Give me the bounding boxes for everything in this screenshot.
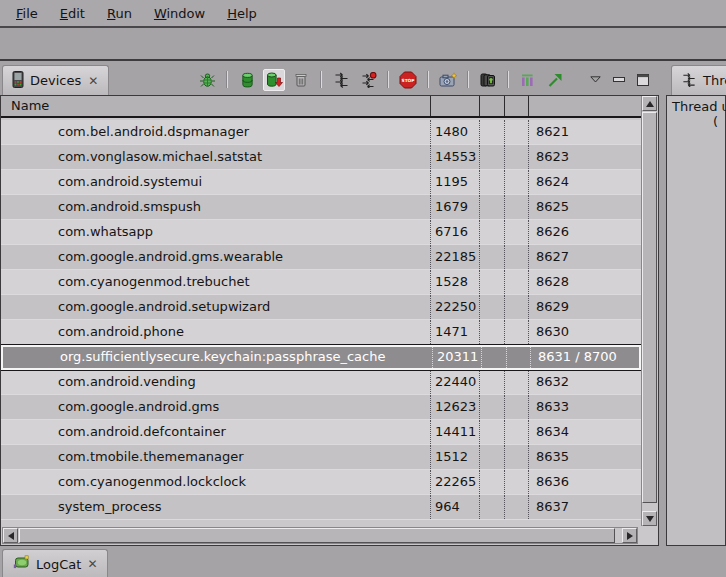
menu-help[interactable]: Help xyxy=(216,3,268,24)
column-header-2[interactable] xyxy=(480,96,505,116)
table-row[interactable]: com.android.smspush16798625 xyxy=(1,195,641,220)
process-col3 xyxy=(480,370,505,394)
process-port: 8633 xyxy=(529,395,641,419)
menu-run[interactable]: Run xyxy=(96,3,143,24)
maximize-icon[interactable] xyxy=(635,69,651,91)
threads-message-line2: ( xyxy=(667,114,725,129)
phone-icon xyxy=(12,71,24,91)
scroll-right-button[interactable] xyxy=(622,528,637,543)
process-col3 xyxy=(480,445,505,469)
table-row[interactable]: com.cyanogenmod.trebuchet15288628 xyxy=(1,270,641,295)
process-name: com.cyanogenmod.trebuchet xyxy=(1,270,431,294)
table-row[interactable]: com.vonglasow.michael.satstat145538623 xyxy=(1,145,641,170)
dump-hprof-icon[interactable] xyxy=(263,69,285,91)
toolbar-separator xyxy=(467,71,469,88)
scroll-up-button[interactable] xyxy=(642,96,657,111)
process-port: 8625 xyxy=(529,195,641,219)
process-col4 xyxy=(505,370,529,394)
update-heap-icon[interactable] xyxy=(236,69,258,91)
minimize-icon[interactable] xyxy=(611,69,627,91)
tab-devices[interactable]: Devices ✕ xyxy=(2,65,109,95)
process-col4 xyxy=(505,145,529,169)
process-col3 xyxy=(480,420,505,444)
tab-threads-label: Threa xyxy=(703,73,726,88)
scroll-down-button[interactable] xyxy=(642,511,657,526)
table-row[interactable]: com.google.android.gms.wearable221858627 xyxy=(1,245,641,270)
view-menu-icon[interactable] xyxy=(587,69,603,91)
process-name: com.android.phone xyxy=(1,320,431,344)
process-pid: 1679 xyxy=(431,195,480,219)
table-row[interactable]: system_process9648637 xyxy=(1,495,641,520)
close-icon[interactable]: ✕ xyxy=(87,75,99,87)
process-col4 xyxy=(505,295,529,319)
menu-bar: FileEditRunWindowHelp xyxy=(0,0,726,28)
table-row[interactable]: org.sufficientlysecure.keychain:passphra… xyxy=(1,345,641,370)
column-header-1[interactable] xyxy=(431,96,480,116)
table-row[interactable]: com.google.android.setupwizard222508629 xyxy=(1,295,641,320)
horizontal-scrollbar-thumb[interactable] xyxy=(19,528,615,543)
process-col3 xyxy=(480,245,505,269)
menu-window[interactable]: Window xyxy=(143,3,216,24)
process-col3 xyxy=(480,270,505,294)
process-col4 xyxy=(507,347,531,368)
process-name: com.cyanogenmod.lockclock xyxy=(1,470,431,494)
stop-process-icon[interactable]: STOP xyxy=(397,69,419,91)
toolbar-separator xyxy=(226,71,228,88)
process-pid: 14411 xyxy=(431,420,480,444)
process-col4 xyxy=(505,170,529,194)
tab-logcat[interactable]: LogCat ✕ xyxy=(2,549,108,577)
process-col3 xyxy=(480,170,505,194)
process-col4 xyxy=(505,420,529,444)
vertical-scrollbar[interactable] xyxy=(641,96,658,526)
screen-capture-icon[interactable] xyxy=(437,69,459,91)
process-col3 xyxy=(480,295,505,319)
table-row[interactable]: com.android.systemui11958624 xyxy=(1,170,641,195)
process-col3 xyxy=(480,220,505,244)
process-pid: 22440 xyxy=(431,370,480,394)
process-col4 xyxy=(505,395,529,419)
process-pid: 12623 xyxy=(431,395,480,419)
table-row[interactable]: com.tmobile.thememanager15128635 xyxy=(1,445,641,470)
table-row[interactable]: com.android.vending224408632 xyxy=(1,370,641,395)
device-screens-icon[interactable] xyxy=(477,69,499,91)
process-port: 8634 xyxy=(529,420,641,444)
table-row[interactable]: com.android.defcontainer144118634 xyxy=(1,420,641,445)
menu-file[interactable]: File xyxy=(5,3,49,24)
bottom-view-bar: LogCat ✕ xyxy=(0,546,726,577)
process-col3 xyxy=(480,495,505,519)
process-port: 8627 xyxy=(529,245,641,269)
start-method-profiling-icon[interactable] xyxy=(357,69,379,91)
column-header-3[interactable] xyxy=(505,96,529,116)
table-row[interactable]: com.android.phone14718630 xyxy=(1,320,641,345)
tab-threads[interactable]: Threa xyxy=(671,65,726,95)
table-row[interactable]: com.bel.android.dspmanager14808621 xyxy=(1,120,641,145)
process-port: 8621 xyxy=(529,120,641,144)
opengl-trace-icon[interactable] xyxy=(544,69,566,91)
menu-edit[interactable]: Edit xyxy=(49,3,96,24)
process-pid: 964 xyxy=(431,495,480,519)
column-header-name[interactable]: Name xyxy=(1,96,431,116)
process-col3 xyxy=(482,347,507,368)
close-icon[interactable]: ✕ xyxy=(87,557,97,571)
process-col4 xyxy=(505,120,529,144)
cause-gc-icon[interactable] xyxy=(290,69,312,91)
vertical-scrollbar-thumb[interactable] xyxy=(642,112,657,503)
column-header-4[interactable] xyxy=(529,96,641,116)
horizontal-scrollbar[interactable] xyxy=(2,527,638,544)
debug-process-icon[interactable] xyxy=(196,69,218,91)
table-row[interactable]: com.google.android.gms126238633 xyxy=(1,395,641,420)
process-col3 xyxy=(480,145,505,169)
table-row[interactable]: com.whatsapp67168626 xyxy=(1,220,641,245)
arrow-up-icon xyxy=(646,101,654,107)
table-header: Name xyxy=(1,96,641,118)
process-port: 8630 xyxy=(529,320,641,344)
arrow-right-icon xyxy=(627,532,633,540)
process-port: 8629 xyxy=(529,295,641,319)
toolbar-separator xyxy=(320,71,322,88)
update-threads-icon[interactable] xyxy=(330,69,352,91)
systrace-icon[interactable] xyxy=(517,69,539,91)
scroll-left-button[interactable] xyxy=(3,528,18,543)
devices-tab-row: Devices ✕ STOP xyxy=(0,63,659,95)
process-port: 8635 xyxy=(529,445,641,469)
table-row[interactable]: com.cyanogenmod.lockclock222658636 xyxy=(1,470,641,495)
